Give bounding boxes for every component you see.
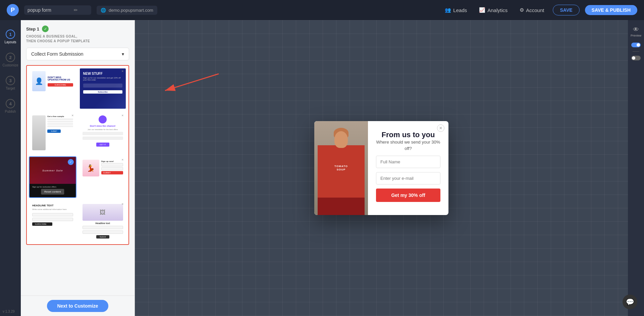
save-publish-button[interactable]: SAVE & PUBLISH <box>585 5 637 15</box>
edit-icon: ✏ <box>74 7 78 13</box>
toggle-divider <box>633 51 639 52</box>
preview-label: Preview <box>631 34 641 37</box>
tpl3-product-img <box>32 115 46 150</box>
app-name-input[interactable] <box>28 7 71 13</box>
tpl4-btn: GET IT <box>96 143 109 147</box>
sidebar-item-publish[interactable]: 4 Publish <box>0 96 21 116</box>
tpl6-img: 💃 <box>83 160 99 176</box>
tpl3-close[interactable]: ✕ <box>71 114 74 117</box>
step-subtitle: CHOOSE A BUSINESS GOAL,THEN CHOOSE A POP… <box>26 34 129 44</box>
popup-title: From us to you <box>376 130 440 139</box>
toggle-2[interactable] <box>631 56 641 60</box>
step-check-icon: ✓ <box>42 25 49 32</box>
step-label-layouts: Layouts <box>4 40 16 44</box>
popup-fullname-input[interactable] <box>376 156 440 168</box>
template-card-3[interactable]: ✕ Get a free sample SUBMIT <box>29 112 76 154</box>
tpl2-email-input <box>83 84 123 88</box>
step-label-customize: Customize <box>2 63 18 67</box>
step-badge: Step 1 <box>26 27 39 32</box>
toggle-1[interactable] <box>631 43 641 47</box>
step-label-publish: Publish <box>5 110 16 113</box>
tpl4-title: Don't miss the chance! <box>90 125 115 127</box>
analytics-nav-link[interactable]: 📈 Analytics <box>476 5 511 15</box>
tpl1-subscribe-btn: SUBSCRIBE <box>48 83 73 87</box>
tpl4-icon <box>99 115 107 123</box>
template-card-4[interactable]: ✕ Don't miss the chance! Join our newsle… <box>79 112 127 154</box>
template-card-1[interactable]: 👤 DON'T MISSUPDATES FROM US SUBSCRIBE <box>29 68 76 109</box>
template-grid: 👤 DON'T MISSUPDATES FROM US SUBSCRIBE ✕ … <box>26 65 129 245</box>
globe-icon: 🌐 <box>101 8 106 13</box>
tpl4-sub: Join our newsletter for the best offers <box>88 128 118 130</box>
logo: P <box>7 4 19 16</box>
gear-icon: ⚙ <box>520 7 524 13</box>
popup-close-button[interactable]: ✕ <box>437 124 444 132</box>
tpl7-btn: SUBSCRIBE <box>32 222 52 226</box>
arrow-indicator <box>155 67 222 101</box>
version-text: v 1.3.29 <box>3 310 15 313</box>
template-card-5[interactable]: Summer Sale Sign up for exclusive offers… <box>29 156 76 198</box>
tpl3-title: Get a free sample <box>47 115 73 117</box>
template-card-2[interactable]: ✕ NEW STUFF Sign up for our newsletter a… <box>79 68 127 109</box>
tpl1-label: DON'T MISSUPDATES FROM US <box>48 76 73 81</box>
template-card-6[interactable]: ✕ 💃 Sign up now! SUBMIT <box>79 156 127 198</box>
preview-button[interactable]: 👁 Preview <box>629 23 643 40</box>
step-num-1: 1 <box>6 30 15 39</box>
tpl8-img: 🖼 <box>83 204 123 221</box>
step-num-3: 3 <box>6 76 15 85</box>
step-header: Step 1 ✓ <box>26 25 129 32</box>
tpl3-line4 <box>47 125 73 127</box>
site-url-display: 🌐 demo.popupsmart.com <box>97 6 157 15</box>
goal-dropdown[interactable]: Collect Form Submission ▾ <box>26 48 129 60</box>
goal-dropdown-wrap: Collect Form Submission ▾ <box>26 48 129 60</box>
sidebar-item-layouts[interactable]: 1 Layouts <box>0 27 21 47</box>
chart-icon: 📈 <box>479 7 485 13</box>
chat-support-button[interactable]: 💬 <box>623 295 637 309</box>
top-nav: P ✏ 🌐 demo.popupsmart.com 👥 Leads 📈 Anal… <box>0 0 644 20</box>
eye-icon: 👁 <box>633 26 639 33</box>
save-button[interactable]: SAVE <box>553 5 579 15</box>
popup-shirt-text: TOMATOSOUP <box>318 165 365 172</box>
next-to-customize-button[interactable]: Next to Customize <box>47 300 108 312</box>
template-card-7[interactable]: HEADLINE TEXT Write some additional info… <box>29 201 76 242</box>
tpl6-title: Sign up now! <box>101 160 123 162</box>
tpl8-input1 <box>83 226 123 229</box>
toggle-row-1 <box>631 43 641 47</box>
tpl3-btn: SUBMIT <box>47 129 61 133</box>
popup-email-input[interactable] <box>376 172 440 185</box>
tpl6-input2 <box>101 167 123 170</box>
tpl6-close[interactable]: ✕ <box>121 158 124 161</box>
account-nav-link[interactable]: ⚙ Account <box>516 5 547 15</box>
tpl7-input2 <box>32 218 73 221</box>
toggle-1-thumb <box>637 43 640 47</box>
app-name-input-wrap: ✏ <box>24 5 91 15</box>
tpl7-sub: Write some additional information here <box>32 208 73 210</box>
right-panel: 👁 Preview <box>628 20 644 316</box>
popup-cta-button[interactable]: Get my 30% off <box>376 189 440 202</box>
tpl2-close[interactable]: ✕ <box>121 70 124 73</box>
tpl8-close[interactable]: ✕ <box>121 203 124 206</box>
toggle-2-thumb <box>632 56 635 60</box>
sidebar-item-customize[interactable]: 2 Customize <box>0 50 21 70</box>
site-url-text: demo.popupsmart.com <box>109 8 153 13</box>
popup-person-head <box>334 131 348 148</box>
tpl4-input1 <box>83 132 123 135</box>
canvas-area: TOMATOSOUP ✕ From us to you Where should… <box>135 20 628 316</box>
tpl2-subscribe-btn: Subscribe <box>83 90 123 94</box>
step-sidebar: 1 Layouts 2 Customize 3 Target 4 Publish… <box>0 20 21 316</box>
tpl8-title: Headline text <box>83 222 123 224</box>
tpl5-selected-check: ✓ <box>68 159 74 165</box>
leads-nav-link[interactable]: 👥 Leads <box>441 5 470 15</box>
sidebar-item-target[interactable]: 3 Target <box>0 73 21 93</box>
popup-person-figure: TOMATOSOUP <box>318 128 365 215</box>
popup-image-side: TOMATOSOUP <box>314 121 368 215</box>
template-card-8[interactable]: ✕ 🖼 Headline text Submit <box>79 201 127 242</box>
tpl1-figure: 👤 <box>32 71 46 91</box>
main-wrap: 1 Layouts 2 Customize 3 Target 4 Publish… <box>0 20 644 316</box>
svg-line-1 <box>165 74 219 91</box>
tpl8-btn: Submit <box>96 235 109 239</box>
tpl4-close[interactable]: ✕ <box>121 114 124 117</box>
people-icon: 👥 <box>445 7 451 13</box>
tpl8-input2 <box>83 230 123 234</box>
reset-content-label[interactable]: Reset content <box>41 189 64 195</box>
tpl6-btn: SUBMIT <box>101 171 123 174</box>
